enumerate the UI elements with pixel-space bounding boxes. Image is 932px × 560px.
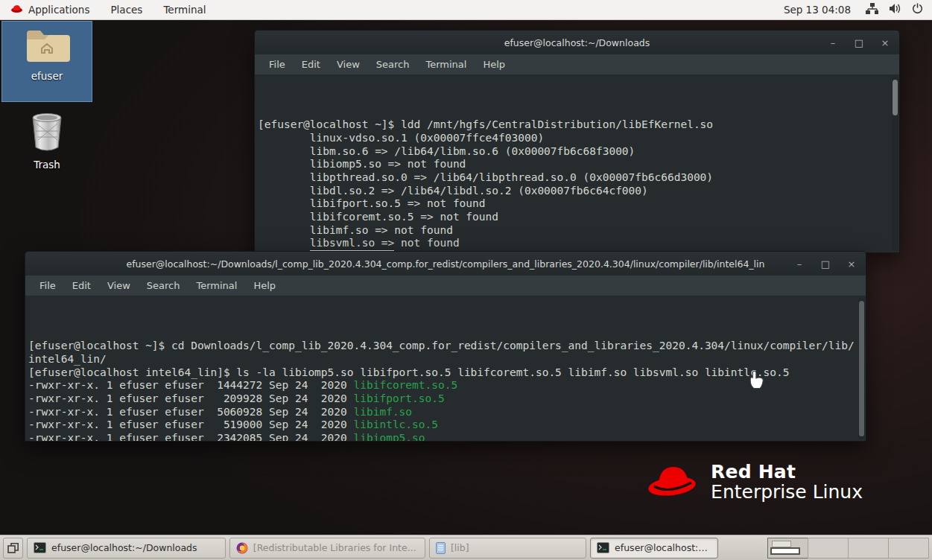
window-titlebar[interactable]: efuser@localhost:~/Downloads – □ × [255, 31, 899, 54]
terminal-text-segment: [efuser@localhost ~]$ ldd /mnt/hgfs/Cent… [258, 118, 713, 130]
logo-redhat-text: Red Hat [711, 462, 863, 482]
terminal-text-segment: [efuser@localhost ~]$ cd Downloads/l_com… [28, 340, 855, 351]
terminal-line: libimf.so => not found [258, 224, 899, 238]
close-icon[interactable]: × [846, 259, 857, 269]
terminal-text-segment: libifport.so.5 => not found [258, 197, 486, 209]
terminal-line: libsvml.so => not found [258, 237, 899, 250]
maximize-icon[interactable]: □ [854, 38, 864, 48]
terminal-line: -rwxr-xr-x. 1 efuser efuser 209928 Sep 2… [28, 392, 866, 406]
terminal-app-icon [34, 542, 46, 553]
terminal-text-segment: libifcoremt.so.5 => not found [258, 211, 498, 223]
terminal-line: [efuser@localhost ~]$ ldd /mnt/hgfs/Cent… [258, 118, 899, 132]
desktop-icon-trash[interactable]: Trash [15, 110, 79, 174]
terminal-line: [efuser@localhost ~]$ cd Downloads/l_com… [28, 340, 866, 353]
terminal-menubar: File Edit View Search Terminal Help [255, 54, 899, 75]
terminal-line: -rwxr-xr-x. 1 efuser efuser 519000 Sep 2… [28, 419, 866, 432]
terminal-text-segment: libiomp5.so [354, 432, 425, 441]
logo-enterprise-linux-text: Enterprise Linux [711, 482, 863, 502]
terminal-text-segment: libiomp5.so => not found [258, 158, 466, 170]
mini-window [770, 547, 800, 555]
menu-view[interactable]: View [101, 278, 137, 293]
firefox-icon [236, 542, 248, 554]
menu-edit[interactable]: Edit [295, 57, 327, 72]
terminal-text-segment: -rwxr-xr-x. 1 efuser efuser 209928 Sep 2… [28, 392, 354, 404]
menu-terminal[interactable]: Terminal [189, 278, 244, 293]
network-icon[interactable] [866, 3, 878, 16]
terminal-line: libdl.so.2 => /lib64/libdl.so.2 (0x00007… [258, 185, 899, 198]
menu-help[interactable]: Help [247, 278, 282, 293]
maximize-icon[interactable]: □ [820, 259, 831, 269]
terminal-line: linux-vdso.so.1 (0x00007ffce4f03000) [258, 132, 899, 145]
task-label: [Redistributable Libraries for Inte... [253, 542, 416, 553]
task-label: [lib] [451, 542, 469, 553]
terminal-app-icon [597, 542, 609, 553]
terminal-window-intel64-lin: efuser@localhost:~/Downloads/l_comp_lib_… [25, 251, 866, 442]
terminal-text-segment: libdl.so.2 => /lib64/libdl.so.2 (0x00007… [258, 185, 648, 197]
menu-view[interactable]: View [330, 57, 367, 72]
menu-edit[interactable]: Edit [66, 278, 98, 293]
applications-menu[interactable]: Applications [0, 0, 100, 19]
terminal-line: libm.so.6 => /lib64/libm.so.6 (0x00007fb… [258, 145, 899, 159]
task-lib-folder[interactable]: [lib] [429, 538, 586, 559]
scrollbar-thumb[interactable] [859, 301, 864, 436]
close-icon[interactable]: × [880, 38, 890, 48]
file-manager-icon [436, 542, 446, 554]
terminal-text-segment: -rwxr-xr-x. 1 efuser efuser 5060928 Sep … [28, 406, 354, 418]
workspace-1[interactable] [767, 538, 808, 559]
menu-help[interactable]: Help [476, 57, 512, 72]
menu-file[interactable]: File [33, 278, 63, 293]
terminal-text-segment: libifcoremt.so.5 [354, 379, 458, 391]
workspace-3[interactable] [848, 538, 889, 559]
desktop-icon-efuser[interactable]: efuser [1, 21, 92, 102]
workspace-4[interactable] [888, 538, 929, 559]
terminal-line: libiomp5.so => not found [258, 158, 899, 171]
minimize-icon[interactable]: – [828, 38, 838, 48]
menu-search[interactable]: Search [140, 278, 187, 293]
terminal-menu[interactable]: Terminal [153, 0, 216, 19]
window-title: efuser@localhost:~/Downloads [504, 37, 650, 48]
desktop-icon-label: Trash [34, 159, 60, 171]
menu-terminal[interactable]: Terminal [419, 57, 473, 72]
applications-menu-label: Applications [28, 4, 89, 16]
places-menu-label: Places [110, 4, 142, 16]
terminal-text-segment: libpthread.so.0 => /lib64/libpthread.so.… [258, 171, 713, 183]
terminal-text-segment: libimf.so => not found [258, 224, 453, 236]
terminal-line: libifcoremt.so.5 => not found [258, 211, 899, 224]
task-terminal-intel64-lin[interactable]: efuser@localhost:~/Downloads/l... [590, 538, 718, 559]
task-label: efuser@localhost:~/Downloads/l... [615, 542, 711, 553]
workspace-switcher [768, 538, 929, 559]
terminal-line: -rwxr-xr-x. 1 efuser efuser 1444272 Sep … [28, 379, 866, 392]
menu-file[interactable]: File [262, 57, 292, 72]
clock[interactable]: Sep 13 04:08 [784, 4, 855, 16]
terminal-output[interactable]: [efuser@localhost ~]$ ldd /mnt/hgfs/Cent… [255, 75, 899, 252]
terminal-output[interactable]: [efuser@localhost ~]$ cd Downloads/l_com… [25, 296, 866, 441]
scrollbar[interactable] [892, 77, 898, 251]
terminal-text-segment: [efuser@localhost intel64_lin]$ ls -la l… [28, 366, 789, 378]
terminal-text-segment: libifport.so.5 [354, 392, 445, 404]
menu-search[interactable]: Search [370, 57, 416, 72]
terminal-line: -rwxr-xr-x. 1 efuser efuser 5060928 Sep … [28, 406, 866, 419]
terminal-window-downloads: efuser@localhost:~/Downloads – □ × File … [254, 30, 900, 253]
scrollbar-thumb[interactable] [893, 80, 898, 115]
rhel-wallpaper-logo: Red Hat Enterprise Linux [647, 459, 863, 504]
terminal-line: libpthread.so.0 => /lib64/libpthread.so.… [258, 171, 899, 185]
task-firefox-redistributable-libraries[interactable]: [Redistributable Libraries for Inte... [229, 538, 425, 559]
scrollbar[interactable] [858, 298, 865, 439]
power-icon[interactable] [912, 3, 923, 16]
window-list-button[interactable] [3, 538, 23, 559]
volume-icon[interactable] [889, 3, 901, 16]
trash-icon [27, 110, 67, 156]
window-titlebar[interactable]: efuser@localhost:~/Downloads/l_comp_lib_… [25, 252, 866, 276]
red-fedora-icon [647, 459, 700, 504]
task-terminal-downloads[interactable]: efuser@localhost:~/Downloads [27, 538, 226, 559]
terminal-menubar: File Edit View Search Terminal Help [25, 276, 866, 296]
workspace-2[interactable] [808, 538, 849, 559]
terminal-menu-label: Terminal [163, 4, 206, 16]
terminal-text-segment: intel64_lin/ [28, 353, 107, 365]
minimize-icon[interactable]: – [794, 259, 805, 269]
desktop-root: { "topbar": { "menus": ["Applications", … [0, 0, 932, 560]
terminal-text-segment: linux-vdso.so.1 (0x00007ffce4f03000) [258, 132, 544, 144]
terminal-text-segment: -rwxr-xr-x. 1 efuser efuser 2342085 Sep … [28, 432, 354, 441]
places-menu[interactable]: Places [100, 0, 153, 19]
home-folder-icon [24, 28, 70, 67]
